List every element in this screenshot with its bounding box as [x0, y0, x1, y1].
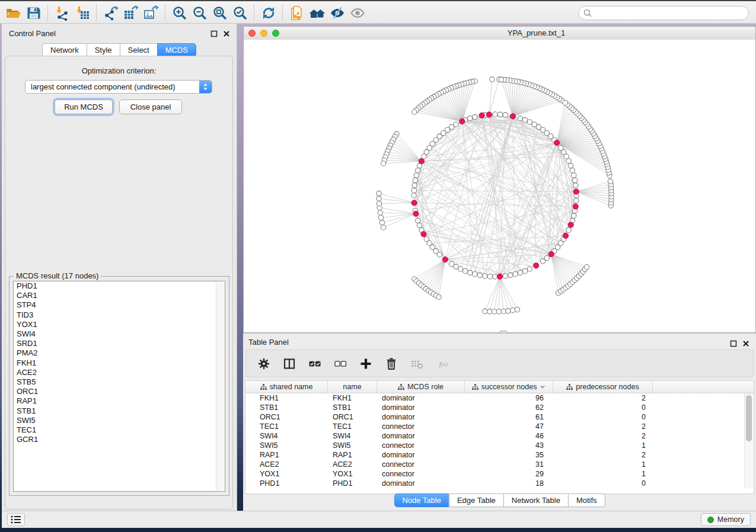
delete-column-button[interactable]	[384, 357, 399, 371]
open-file-button[interactable]	[4, 4, 24, 22]
mcds-result-item[interactable]: ORC1	[14, 387, 225, 396]
zoom-fit-button[interactable]	[210, 4, 230, 22]
cell: 2	[553, 451, 653, 459]
table-panel: Table Panel f(x) shared namenameMCDS rol…	[243, 333, 756, 511]
network-graph[interactable]	[244, 40, 755, 332]
mcds-result-item[interactable]: ACE2	[14, 368, 225, 377]
optimization-criterion-select[interactable]: largest connected component (undirected)	[25, 80, 212, 94]
tab-select[interactable]: Select	[120, 43, 158, 57]
import-network-button[interactable]	[52, 4, 72, 22]
run-mcds-button[interactable]: Run MCDS	[55, 100, 113, 114]
export-table-button[interactable]	[121, 4, 141, 22]
cell: PHD1	[328, 479, 377, 488]
table-row[interactable]: ORC1ORC1dominator610	[245, 412, 754, 422]
table-row[interactable]: SWI5SWI5connector431	[245, 441, 754, 450]
cell: 18	[465, 479, 553, 488]
zoom-out-button[interactable]	[190, 4, 210, 22]
save-session-button[interactable]	[24, 4, 44, 22]
deselect-all-rows-button[interactable]	[333, 357, 348, 371]
cell: 31	[465, 460, 553, 469]
search-input[interactable]	[578, 6, 749, 20]
close-window-icon[interactable]	[248, 30, 256, 37]
first-neighbors-button[interactable]	[307, 4, 327, 22]
mcds-result-item[interactable]: SWI4	[14, 329, 225, 339]
mcds-result-item[interactable]: RAP1	[14, 396, 225, 406]
tab-style[interactable]: Style	[87, 43, 120, 57]
column-header-predecessor-nodes[interactable]: predecessor nodes	[553, 381, 653, 393]
tab-network[interactable]: Network	[42, 43, 87, 57]
float-panel-icon[interactable]	[210, 30, 218, 37]
mcds-result-item[interactable]: FKH1	[14, 358, 225, 368]
zoom-in-button[interactable]	[170, 4, 190, 22]
column-header-shared-name[interactable]: shared name	[245, 381, 328, 393]
table-row[interactable]: SWI4SWI4dominator462	[245, 431, 754, 441]
select-all-rows-button[interactable]	[307, 357, 323, 371]
cell: YOX1	[245, 470, 328, 478]
tab-mcds[interactable]: MCDS	[157, 43, 196, 57]
import-table-button[interactable]	[72, 4, 92, 22]
table-row[interactable]: RAP1RAP1dominator352	[245, 450, 754, 460]
cell: STB1	[328, 403, 377, 412]
search-icon	[583, 8, 592, 18]
maximize-window-icon[interactable]	[272, 30, 279, 37]
mcds-result-item[interactable]: GCR1	[14, 435, 225, 444]
cell: STB1	[245, 403, 328, 412]
close-panel-icon[interactable]	[222, 30, 230, 37]
splitter-handle[interactable]	[500, 331, 507, 334]
hide-selected-button[interactable]	[327, 4, 347, 22]
cell: TEC1	[245, 422, 328, 431]
cell: TEC1	[328, 422, 377, 431]
cell: 61	[465, 413, 553, 421]
memory-label: Memory	[717, 515, 744, 524]
mcds-result-item[interactable]: TID3	[14, 310, 225, 320]
network-view-window: YPA_prune.txt_1	[243, 26, 756, 333]
tab-edge-table[interactable]: Edge Table	[449, 493, 504, 507]
zoom-selected-button[interactable]	[230, 4, 250, 22]
mcds-result-title: MCDS result (17 nodes)	[14, 271, 101, 280]
mcds-result-item[interactable]: TEC1	[14, 425, 225, 435]
table-row[interactable]: TEC1TEC1connector472	[245, 422, 754, 431]
mcds-result-item[interactable]: STB5	[14, 377, 225, 387]
mcds-result-item[interactable]: CAR1	[14, 291, 225, 300]
mcds-result-item[interactable]: SWI5	[14, 416, 225, 425]
toolbar-separator	[96, 5, 97, 21]
table-row[interactable]: PHD1PHD1dominator180	[245, 479, 754, 488]
tab-node-table[interactable]: Node Table	[394, 493, 449, 507]
table-row[interactable]: FKH1FKH1dominator962	[245, 393, 754, 403]
network-window-title: YPA_prune.txt_1	[280, 28, 756, 37]
memory-button[interactable]: Memory	[701, 513, 751, 526]
new-network-from-selection-button[interactable]	[287, 4, 307, 22]
network-canvas[interactable]	[244, 40, 755, 332]
close-panel-button[interactable]: Close panel	[119, 100, 182, 114]
close-table-panel-icon[interactable]	[742, 339, 749, 347]
column-header-name[interactable]: name	[328, 381, 377, 393]
mcds-result-item[interactable]: PHD1	[14, 281, 225, 291]
task-history-button[interactable]	[7, 513, 25, 526]
mcds-result-item[interactable]: PMA2	[14, 348, 225, 358]
table-row[interactable]: YOX1YOX1connector291	[245, 469, 754, 479]
float-table-panel-icon[interactable]	[729, 339, 737, 347]
network-window-titlebar[interactable]: YPA_prune.txt_1	[244, 27, 755, 40]
export-network-button[interactable]	[101, 4, 121, 22]
tab-network-table[interactable]: Network Table	[503, 493, 569, 507]
table-scrollbar-thumb[interactable]	[746, 395, 752, 441]
table-settings-button[interactable]	[256, 357, 272, 371]
table-row[interactable]: STB1STB1dominator620	[245, 403, 754, 412]
minimize-window-icon[interactable]	[260, 30, 267, 37]
table-row[interactable]: ACE2ACE2connector311	[245, 460, 754, 469]
tab-motifs[interactable]: Motifs	[568, 493, 605, 507]
mcds-result-item[interactable]: STP4	[14, 300, 225, 310]
show-columns-button[interactable]	[282, 357, 297, 371]
mcds-list-scrollbar[interactable]	[216, 282, 224, 491]
apply-layout-button[interactable]	[259, 4, 279, 22]
svg-text:f(x): f(x)	[439, 360, 448, 367]
add-column-button[interactable]	[358, 357, 374, 371]
mcds-result-item[interactable]: STB1	[14, 406, 225, 416]
column-header-MCDS-role[interactable]: MCDS role	[377, 381, 465, 393]
table-scrollbar[interactable]	[744, 393, 753, 488]
show-all-button[interactable]	[347, 4, 368, 22]
export-image-button[interactable]	[141, 4, 161, 22]
column-header-successor-nodes[interactable]: successor nodes	[465, 381, 553, 393]
mcds-result-item[interactable]: YOX1	[14, 320, 225, 329]
mcds-result-item[interactable]: SRD1	[14, 339, 225, 348]
